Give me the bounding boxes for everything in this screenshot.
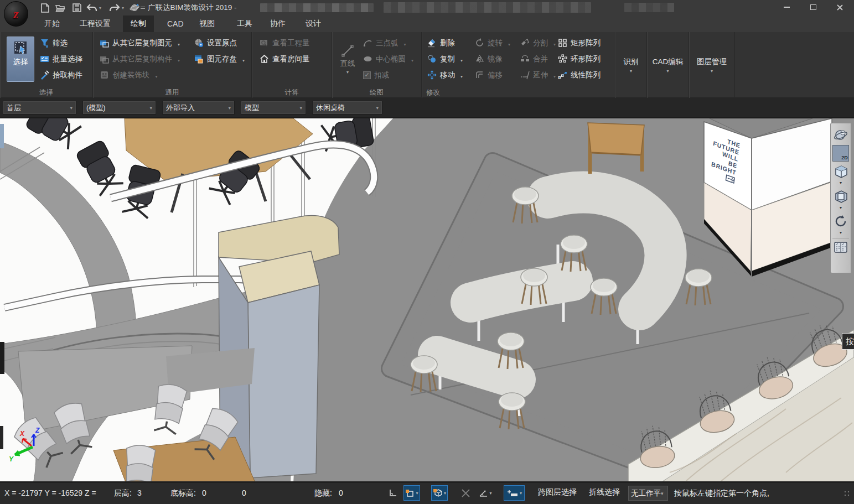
- ring-array-button[interactable]: 环形阵列: [558, 51, 601, 67]
- ucs-toggle-button[interactable]: [385, 485, 401, 501]
- cross-layer-select-button[interactable]: 跨图层选择: [538, 487, 577, 497]
- copy-from-layer-component-button[interactable]: 从其它层复制构件: [100, 51, 180, 67]
- viewport-3d[interactable]: X Z Y: [0, 117, 854, 482]
- save-element-button[interactable]: 图元存盘: [194, 51, 245, 67]
- recognize-button[interactable]: 识别: [615, 34, 646, 96]
- type-select[interactable]: 模型: [241, 101, 306, 115]
- ribbon-tab-bar: 开始 工程设置 绘制 CAD 视图 工具 协作 设计 ?▾: [0, 15, 854, 32]
- offset-button[interactable]: 偏移: [475, 67, 510, 83]
- extend-icon: [520, 70, 530, 80]
- workplane-select[interactable]: 无工作平面: [628, 486, 668, 501]
- tab-cad[interactable]: CAD: [159, 15, 191, 32]
- angle-snap-button[interactable]: ▾: [477, 485, 494, 501]
- resize-grip[interactable]: [844, 491, 851, 497]
- view-quantity-button[interactable]: 查看工程量: [260, 35, 310, 51]
- save-icon[interactable]: [71, 2, 83, 13]
- hidden-value[interactable]: 0: [339, 489, 343, 497]
- line-tool-button[interactable]: 直线: [335, 37, 360, 82]
- display-settings-button[interactable]: [832, 238, 849, 254]
- mirror-button[interactable]: 镜像: [475, 51, 510, 67]
- mid-value[interactable]: 0: [242, 489, 246, 497]
- iso-view-dropdown-icon[interactable]: ▾: [840, 181, 842, 186]
- set-origin-button[interactable]: 设置原点: [194, 35, 245, 51]
- close-button[interactable]: [827, 0, 852, 14]
- select-tool-button[interactable]: 选择: [7, 37, 34, 82]
- redo-dropdown-icon[interactable]: ▾: [120, 2, 126, 13]
- cube-snap-toggle-button[interactable]: ▾: [431, 485, 448, 501]
- delete-button[interactable]: 删除: [427, 35, 463, 51]
- layer-manage-button[interactable]: 图层管理: [689, 34, 734, 96]
- center-ellipse-button[interactable]: 中心椭圆: [363, 51, 413, 67]
- undo-dropdown-icon[interactable]: ▾: [97, 2, 103, 13]
- tab-collab[interactable]: 协作: [262, 15, 293, 32]
- app-logo[interactable]: z: [4, 1, 28, 27]
- iso-view-button[interactable]: [832, 163, 849, 180]
- ribbon-group-draw: 直线 三点弧 中心椭圆 ✓ 扣减 绘图: [332, 32, 422, 98]
- copy-from-layer-element-button[interactable]: 从其它层复制图元: [100, 35, 180, 51]
- tab-start[interactable]: 开始: [37, 15, 68, 32]
- select-tool-label: 选择: [13, 57, 28, 67]
- rect-snap-toggle-button[interactable]: ▾: [403, 485, 420, 501]
- open-file-icon[interactable]: [54, 2, 66, 13]
- group-label-draw: 绘图: [332, 88, 421, 97]
- redo-icon[interactable]: [108, 2, 121, 13]
- ellipse-icon: [363, 54, 372, 64]
- ortho-view-dropdown-icon[interactable]: ▾: [840, 206, 842, 211]
- ribbon-group-select: 选择 筛选 批量选择 拾取构件 选择: [0, 32, 93, 98]
- tracking-toggle-button[interactable]: ▾: [504, 485, 525, 501]
- ortho-view-button[interactable]: [832, 188, 849, 205]
- maximize-button[interactable]: [800, 0, 826, 14]
- pick-component-button[interactable]: 拾取构件: [40, 67, 82, 83]
- view-room-button[interactable]: 查看房间量: [260, 51, 310, 67]
- ribbon: 选择 筛选 批量选择 拾取构件 选择: [0, 32, 854, 98]
- undo-icon[interactable]: [86, 2, 98, 13]
- tab-view[interactable]: 视图: [191, 15, 222, 32]
- block-icon: [100, 70, 109, 80]
- cad-edit-button[interactable]: CAD编辑: [647, 34, 689, 96]
- three-point-arc-button[interactable]: 三点弧: [363, 35, 413, 51]
- base-elev-value[interactable]: 0: [202, 489, 206, 497]
- copy-button[interactable]: 复制: [427, 51, 463, 67]
- tab-tools[interactable]: 工具: [229, 15, 260, 32]
- rotate-button[interactable]: 旋转: [475, 35, 510, 51]
- deduct-checkbox[interactable]: ✓ 扣减: [363, 67, 413, 83]
- group-label-select: 选择: [0, 88, 92, 97]
- move-arrows-icon: [427, 70, 437, 80]
- planet-icon[interactable]: [128, 2, 141, 13]
- copy-window-icon-disabled: [100, 54, 109, 64]
- tab-design[interactable]: 设计: [298, 15, 329, 32]
- polyline-select-button[interactable]: 折线选择: [589, 487, 620, 497]
- minimize-button[interactable]: [774, 0, 799, 14]
- component-select[interactable]: 休闲桌椅: [312, 101, 382, 115]
- model-filter-select[interactable]: (模型): [82, 101, 156, 115]
- redacted-title-text-2: [624, 3, 674, 12]
- copy-icon: [427, 54, 437, 64]
- view-2d-button[interactable]: 2D: [832, 145, 849, 162]
- linear-array-button[interactable]: 线性阵列: [558, 67, 601, 83]
- rotate-view-dropdown-icon[interactable]: ▾: [840, 231, 842, 236]
- funnel-icon: [40, 38, 49, 48]
- source-select[interactable]: 外部导入: [162, 101, 235, 115]
- orbit-view-button[interactable]: [832, 127, 849, 143]
- deduct-check-icon: ✓: [363, 71, 371, 79]
- tab-draw[interactable]: 绘制: [123, 15, 154, 32]
- cross-snap-button[interactable]: [457, 485, 474, 501]
- tab-settings[interactable]: 工程设置: [72, 15, 118, 32]
- new-file-icon[interactable]: [39, 2, 51, 13]
- move-button[interactable]: 移动: [427, 67, 463, 83]
- batch-select-button[interactable]: 批量选择: [40, 51, 82, 67]
- filter-button[interactable]: 筛选: [40, 35, 82, 51]
- hidden-label: 隐藏:: [314, 489, 332, 498]
- merge-button[interactable]: 合并: [520, 51, 556, 67]
- floor-select[interactable]: 首层: [3, 101, 76, 115]
- base-elev-label: 底标高:: [170, 489, 196, 498]
- floor-height-value[interactable]: 3: [137, 489, 142, 497]
- extend-button[interactable]: 延伸: [520, 67, 556, 83]
- rect-array-button[interactable]: 矩形阵列: [558, 35, 601, 51]
- element-save-icon: [194, 54, 204, 64]
- app-window: ▾ ▾ 广联达BIM装饰设计 2019 - 开始 工程设置 绘制 CAD 视图 …: [0, 0, 854, 504]
- split-button[interactable]: 分割: [520, 35, 556, 51]
- create-block-button[interactable]: 创建装饰块: [100, 67, 180, 83]
- rotate-view-button[interactable]: [832, 213, 849, 230]
- eraser-icon: [427, 38, 437, 48]
